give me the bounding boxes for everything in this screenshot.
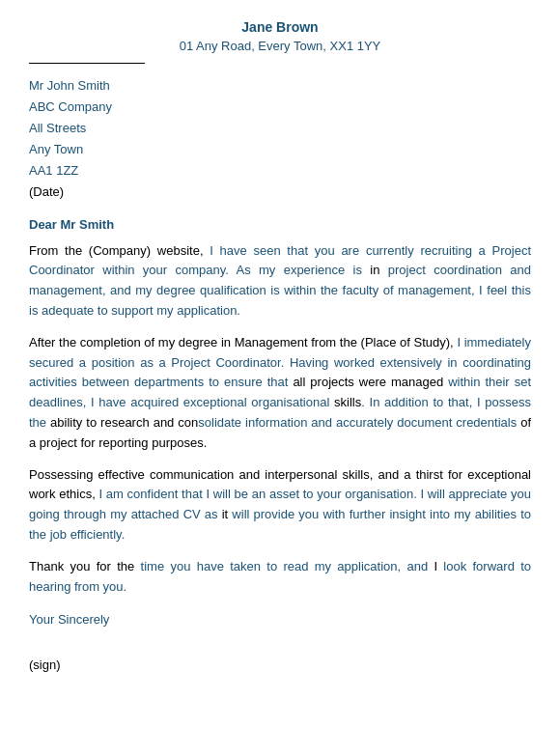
p1-text-black: From the (Company) website, bbox=[29, 243, 210, 258]
p2-text-black-3: skills bbox=[334, 395, 361, 409]
letter-header: Jane Brown 01 Any Road, Every Town, XX1 … bbox=[29, 19, 531, 53]
letter-closing: Your Sincerely (sign) bbox=[29, 608, 531, 676]
recipient-name: Mr John Smith bbox=[29, 75, 531, 97]
sender-name: Jane Brown bbox=[29, 19, 531, 35]
paragraph-3: Possessing effective communication and i… bbox=[29, 465, 531, 545]
p2-text-black-4: ability to research and con bbox=[50, 415, 198, 430]
header-divider bbox=[29, 63, 145, 64]
p4-text-blue-1: time you have taken to read my applicati… bbox=[141, 559, 434, 573]
p4-text-black-2: I bbox=[434, 559, 443, 573]
paragraph-1: From the (Company) website, I have seen … bbox=[29, 241, 531, 322]
recipient-town: Any Town bbox=[29, 139, 531, 160]
recipient-street: All Streets bbox=[29, 118, 531, 139]
p3-text-black-2: it bbox=[222, 507, 233, 521]
recipient-company: ABC Company bbox=[29, 97, 531, 118]
p2-text-blue-4: solidate information and accurately docu… bbox=[198, 415, 520, 430]
p2-text-black-2: all projects were managed bbox=[293, 375, 448, 389]
p2-text-black-1: After the completion of my degree in Man… bbox=[29, 335, 457, 350]
paragraph-2: After the completion of my degree in Man… bbox=[29, 333, 531, 454]
paragraph-4: Thank you for the time you have taken to… bbox=[29, 557, 531, 598]
closing-yours: Your Sincerely bbox=[29, 608, 531, 630]
sender-address: 01 Any Road, Every Town, XX1 1YY bbox=[29, 39, 531, 53]
p1-text-black-2: in bbox=[370, 263, 387, 277]
letter-date: (Date) bbox=[29, 182, 531, 203]
recipient-block: Mr John Smith ABC Company All Streets An… bbox=[29, 75, 531, 204]
p4-text-black-1: Thank you for the bbox=[29, 559, 141, 573]
recipient-postcode: AA1 1ZZ bbox=[29, 160, 531, 182]
closing-sign: (sign) bbox=[29, 654, 531, 676]
salutation: Dear Mr Smith bbox=[29, 217, 531, 232]
